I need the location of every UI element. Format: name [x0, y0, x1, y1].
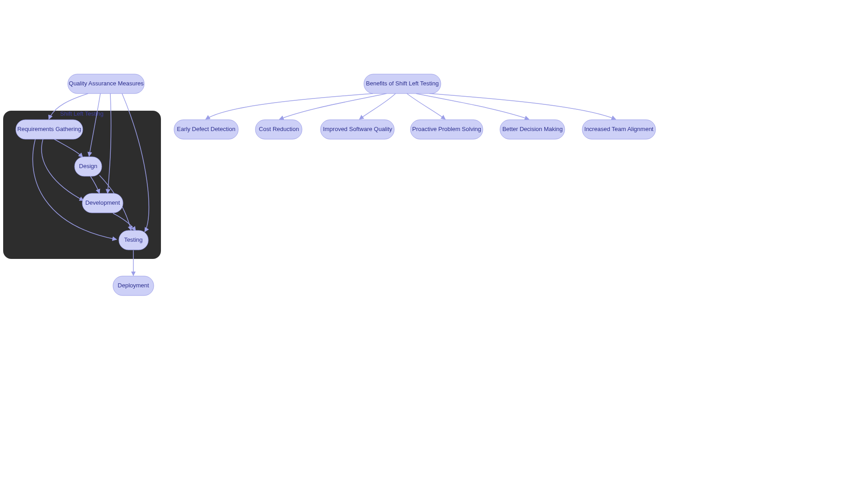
node-benefits: Benefits of Shift Left Testing	[364, 74, 441, 94]
node-design-label: Design	[79, 163, 97, 169]
node-deploy-label: Deployment	[118, 282, 149, 289]
node-benefits-label: Benefits of Shift Left Testing	[366, 80, 439, 87]
edge-benefits-b5	[416, 94, 529, 119]
node-b6-label: Increased Team Alignment	[585, 126, 654, 132]
node-testing: Testing	[119, 230, 148, 250]
node-requirements: Requirements Gathering	[16, 120, 83, 139]
edge-benefits-b2	[279, 94, 387, 119]
node-testing-label: Testing	[124, 236, 142, 243]
node-benefit-6: Increased Team Alignment	[582, 120, 656, 139]
node-development: Development	[82, 193, 123, 213]
edge-benefits-b3	[359, 94, 396, 119]
node-qa-label: Quality Assurance Measures	[69, 80, 144, 87]
node-qa: Quality Assurance Measures	[68, 74, 144, 94]
node-b2-label: Cost Reduction	[259, 126, 299, 132]
node-benefit-1: Early Defect Detection	[174, 120, 238, 139]
diagram-canvas: Shift Left Testing Quality Assurance Mea…	[0, 0, 868, 488]
node-b5-label: Better Decision Making	[502, 126, 563, 132]
node-b1-label: Early Defect Detection	[177, 126, 235, 132]
node-benefit-3: Improved Software Quality	[321, 120, 394, 139]
edge-benefits-b4	[407, 94, 445, 119]
node-deployment: Deployment	[113, 276, 154, 296]
node-b4-label: Proactive Problem Solving	[412, 126, 481, 132]
node-b3-label: Improved Software Quality	[323, 126, 392, 132]
node-dev-label: Development	[85, 199, 120, 206]
node-design: Design	[75, 157, 102, 176]
node-benefit-2: Cost Reduction	[255, 120, 302, 139]
node-benefit-5: Better Decision Making	[500, 120, 565, 139]
edge-benefits-b6	[429, 94, 616, 119]
node-req-label: Requirements Gathering	[17, 126, 81, 132]
node-benefit-4: Proactive Problem Solving	[410, 120, 483, 139]
